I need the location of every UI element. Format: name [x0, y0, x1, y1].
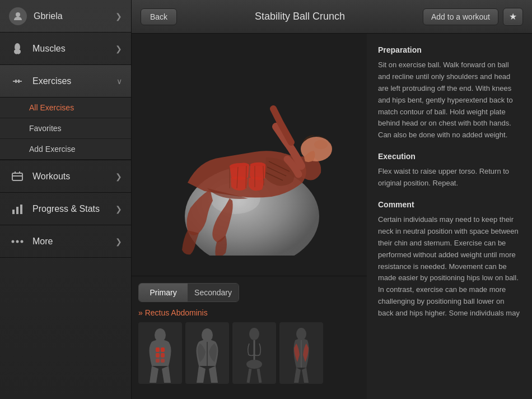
muscle-thumb-svg-2 — [188, 324, 227, 383]
workouts-chevron: ❯ — [115, 172, 122, 181]
muscle-thumbnails — [138, 322, 360, 384]
exercise-image-area — [132, 34, 367, 276]
sidebar-item-progress[interactable]: Progress & Stats ❯ — [0, 193, 131, 225]
sidebar-item-profile[interactable]: Gbriela ❯ — [0, 0, 131, 33]
add-to-workout-button[interactable]: Add to a workout — [423, 8, 498, 25]
muscle-thumb-1 — [138, 322, 182, 384]
svg-point-14 — [21, 240, 24, 243]
preparation-heading: Preparation — [378, 44, 521, 56]
exercises-label: Exercises — [32, 76, 116, 86]
sidebar: Gbriela ❯ Muscles ❯ Exercises ∨ All Exer… — [0, 0, 132, 399]
sidebar-item-workouts[interactable]: Workouts ❯ — [0, 160, 131, 193]
svg-rect-5 — [12, 173, 22, 180]
svg-rect-28 — [161, 353, 165, 358]
profile-chevron: ❯ — [115, 12, 122, 21]
sidebar-item-exercises[interactable]: Exercises ∨ — [0, 65, 131, 98]
progress-chevron: ❯ — [115, 205, 122, 214]
muscle-tab-bar: Primary Secondary — [138, 283, 239, 302]
muscle-thumb-3 — [232, 322, 276, 384]
execution-heading: Execution — [378, 150, 521, 163]
primary-muscle-link[interactable]: » Rectus Abdominis — [138, 308, 208, 317]
muscle-thumb-svg-1 — [141, 324, 180, 383]
workouts-label: Workouts — [32, 171, 115, 182]
muscles-chevron: ❯ — [115, 44, 122, 53]
muscle-thumb-2 — [185, 322, 229, 384]
muscle-thumb-svg-4 — [282, 324, 321, 383]
muscle-thumb-4 — [279, 322, 323, 384]
svg-point-35 — [249, 328, 259, 340]
execution-section: Execution Flex waist to raise upper tors… — [378, 150, 521, 189]
profile-name: Gbriela — [34, 11, 115, 21]
comment-text: Certain individuals may need to keep the… — [378, 214, 521, 319]
exercise-illustration — [143, 54, 356, 256]
muscle-list: » Rectus Abdominis — [138, 308, 360, 318]
svg-rect-29 — [156, 359, 160, 363]
exercises-chevron: ∨ — [116, 77, 122, 86]
comment-heading: Comment — [378, 198, 521, 211]
tab-primary[interactable]: Primary — [139, 284, 188, 301]
svg-rect-9 — [12, 210, 15, 214]
exercise-title: Stability Ball Crunch — [177, 11, 423, 22]
svg-point-1 — [15, 43, 20, 51]
more-label: More — [32, 236, 115, 247]
exercise-info-panel: Preparation Sit on exercise ball. Walk f… — [367, 34, 532, 399]
tab-secondary[interactable]: Secondary — [188, 284, 239, 301]
comment-section: Comment Certain individuals may need to … — [378, 198, 521, 319]
progress-icon — [9, 201, 26, 217]
sidebar-sub-all-exercises[interactable]: All Exercises — [0, 98, 131, 118]
preparation-text: Sit on exercise ball. Walk forward on ba… — [378, 59, 521, 141]
svg-point-0 — [16, 12, 20, 17]
muscles-icon — [9, 40, 26, 57]
sidebar-item-muscles[interactable]: Muscles ❯ — [0, 33, 131, 65]
sidebar-item-more[interactable]: More ❯ — [0, 225, 131, 258]
sidebar-sub-add-exercise[interactable]: Add Exercise — [0, 139, 131, 160]
svg-point-41 — [296, 328, 306, 340]
svg-rect-4 — [18, 80, 20, 83]
svg-rect-25 — [156, 347, 160, 352]
all-exercises-label: All Exercises — [29, 103, 74, 112]
muscle-tabs-section: Primary Secondary » Rectus Abdominis — [132, 276, 367, 399]
avatar — [9, 7, 27, 25]
svg-rect-30 — [161, 359, 165, 363]
exercise-visual-panel: Primary Secondary » Rectus Abdominis — [132, 34, 367, 399]
svg-rect-27 — [156, 353, 160, 358]
svg-point-12 — [12, 240, 15, 243]
content-area: Primary Secondary » Rectus Abdominis — [132, 34, 532, 399]
favorite-button[interactable]: ★ — [503, 8, 523, 26]
more-chevron: ❯ — [115, 237, 122, 246]
sidebar-sub-favorites[interactable]: Favorites — [0, 118, 131, 139]
main-content: Back Stability Ball Crunch Add to a work… — [132, 0, 532, 399]
more-icon — [9, 233, 26, 250]
svg-rect-10 — [16, 207, 18, 214]
progress-label: Progress & Stats — [32, 204, 115, 214]
svg-rect-3 — [15, 80, 17, 83]
svg-point-37 — [246, 360, 262, 369]
svg-rect-11 — [20, 205, 22, 214]
svg-rect-26 — [161, 347, 165, 352]
preparation-section: Preparation Sit on exercise ball. Walk f… — [378, 44, 521, 141]
workouts-icon — [9, 168, 26, 185]
topbar: Back Stability Ball Crunch Add to a work… — [132, 0, 532, 34]
svg-point-22 — [314, 140, 328, 149]
exercises-icon — [9, 73, 26, 90]
execution-text: Flex waist to raise upper torso. Return … — [378, 166, 521, 189]
add-exercise-label: Add Exercise — [29, 145, 75, 154]
svg-point-13 — [16, 240, 19, 243]
exercises-submenu: All Exercises Favorites Add Exercise — [0, 98, 131, 160]
favorites-label: Favorites — [29, 124, 62, 133]
muscle-thumb-svg-3 — [235, 324, 274, 383]
topbar-actions: Add to a workout ★ — [423, 8, 523, 26]
muscles-label: Muscles — [32, 44, 115, 54]
back-button[interactable]: Back — [141, 8, 177, 25]
